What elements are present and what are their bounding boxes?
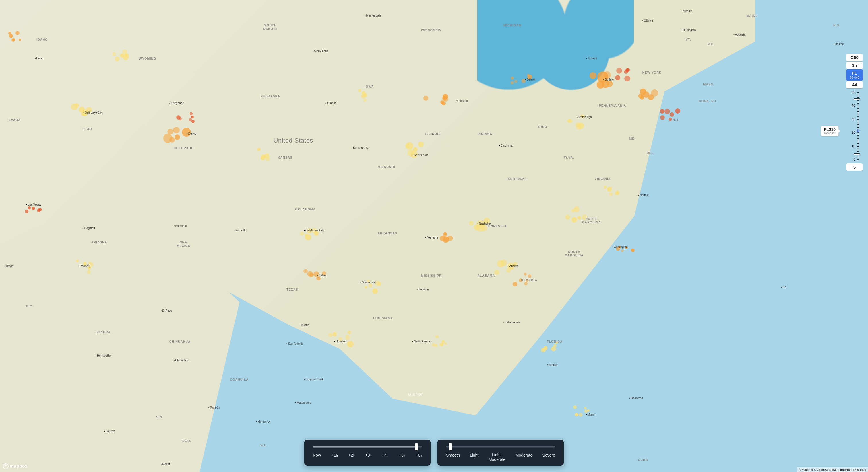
heat-dot <box>664 109 670 114</box>
state-label: KANSAS <box>278 156 293 159</box>
pill-fl-range[interactable]: FL 50-440 <box>846 69 863 80</box>
altitude-tick <box>857 157 859 157</box>
mapbox-logo-icon <box>3 463 9 469</box>
heat-dot <box>189 118 192 121</box>
altitude-number: 30 <box>851 117 856 121</box>
state-label: NORTH CAROLINA <box>582 217 601 224</box>
map-canvas[interactable]: IDAHOSOUTH DAKOTAWYOMINGNEBRASKAIOWAWISC… <box>0 0 868 472</box>
city-label: Las Vegas <box>26 203 41 206</box>
altitude-tick <box>857 125 859 125</box>
heat-dot <box>9 34 13 38</box>
altitude-tick <box>857 100 859 101</box>
state-label: SOUTH CAROLINA <box>564 250 584 257</box>
city-label: Toronto <box>586 57 597 60</box>
heat-dot <box>112 52 116 56</box>
altitude-tick <box>857 160 859 160</box>
state-label: B.C. <box>26 305 34 308</box>
intensity-slider[interactable] <box>446 445 555 449</box>
city-label: Denver <box>187 132 197 135</box>
heat-dot <box>173 127 179 133</box>
bottom-bar: Now+1h+2h+3h+4h+5h+6h SmoothLightLight-M… <box>304 440 564 466</box>
altitude-tick <box>857 105 859 106</box>
intensity-label: Moderate <box>516 453 532 462</box>
altitude-selected-marker[interactable] <box>856 130 859 133</box>
intensity-labels: SmoothLightLight-ModerateModerateSevere <box>446 453 555 462</box>
heat-dot <box>497 260 504 267</box>
state-label: ALABAMA <box>477 274 495 277</box>
state-label: SOUTH DAKOTA <box>260 24 280 30</box>
attr-improve[interactable]: Improve this map <box>840 468 866 471</box>
altitude-number: 40 <box>851 103 856 107</box>
state-label: N.S. <box>833 24 840 27</box>
state-label: CHIHUAHUA <box>169 340 191 343</box>
heat-dot <box>115 57 120 62</box>
heat-dot <box>542 347 546 351</box>
pill-44[interactable]: 44 <box>846 81 863 88</box>
heat-dot <box>442 101 446 105</box>
intensity-label: Light-Moderate <box>489 453 505 462</box>
state-label: MISSISSIPPI <box>421 274 443 277</box>
heat-dot <box>432 343 435 346</box>
altitude-tick <box>857 140 859 141</box>
attr-mapbox[interactable]: © Mapbox <box>799 468 813 471</box>
city-label: Nashville <box>477 222 491 225</box>
heat-dot <box>316 276 320 280</box>
alt-band-top[interactable] <box>854 98 860 100</box>
state-label: IDAHO <box>36 38 48 41</box>
heat-dot <box>372 289 378 294</box>
city-label: Dallas <box>317 274 327 277</box>
mapbox-logo[interactable]: mapbox <box>3 463 27 469</box>
altitude-track <box>858 92 858 160</box>
heat-dot <box>621 249 624 252</box>
intensity-panel: SmoothLightLight-ModerateModerateSevere <box>437 440 564 466</box>
pill-c60[interactable]: C60 <box>846 54 863 61</box>
state-label: N.H. <box>708 42 715 46</box>
altitude-tick <box>857 92 859 93</box>
heat-dot <box>660 109 665 114</box>
altitude-scale[interactable]: FL210 Nowcast 01020304050 <box>848 90 860 162</box>
heat-dot <box>669 117 672 121</box>
state-label: WYOMING <box>139 57 156 60</box>
time-slider-thumb[interactable] <box>415 443 418 450</box>
heat-dot <box>361 94 365 98</box>
state-label: OKLAHOMA <box>295 208 315 211</box>
heat-dot <box>607 187 612 192</box>
alt-band-bottom[interactable] <box>854 154 860 155</box>
attr-osm[interactable]: © OpenStreetMap <box>814 468 839 471</box>
heat-dot <box>348 331 351 334</box>
state-label: ILLINOIS <box>425 132 441 136</box>
heat-dot <box>624 76 630 82</box>
time-slider[interactable] <box>313 445 422 449</box>
heat-dot <box>363 98 367 102</box>
pill-1h[interactable]: 1h <box>846 62 863 69</box>
intensity-slider-thumb[interactable] <box>449 443 452 450</box>
heat-dot <box>176 115 181 120</box>
altitude-number: 50 <box>851 90 856 94</box>
pill-5[interactable]: 5 <box>846 164 863 171</box>
city-label: Augusta <box>733 33 745 36</box>
callout-fl: FL210 <box>824 127 836 132</box>
heat-dot <box>590 72 596 79</box>
heat-dot <box>190 112 193 115</box>
heat-dot <box>515 80 517 83</box>
city-label: Atlanta <box>508 264 518 268</box>
city-label: Salt Lake City <box>83 111 102 114</box>
city-label: Diego <box>4 264 13 268</box>
heat-dot <box>76 260 79 262</box>
heat-dot <box>640 89 646 95</box>
altitude-tick <box>857 111 859 111</box>
great-lakes <box>477 0 633 104</box>
heat-dot <box>418 142 424 147</box>
state-label: DGO. <box>182 439 191 442</box>
state-label: MD. <box>629 137 636 140</box>
city-label: Phoenix <box>78 264 90 268</box>
altitude-tick <box>857 119 859 120</box>
state-label: LOUISIANA <box>373 316 393 320</box>
heat-dot <box>569 119 572 123</box>
heat-dot <box>169 137 175 142</box>
state-label: N.L. <box>260 444 268 447</box>
city-label: Oklahoma City <box>304 229 324 232</box>
state-label: ARKANSAS <box>377 231 397 235</box>
city-label: Hermosillo <box>96 354 111 357</box>
city-label: Bahamas <box>629 397 643 400</box>
